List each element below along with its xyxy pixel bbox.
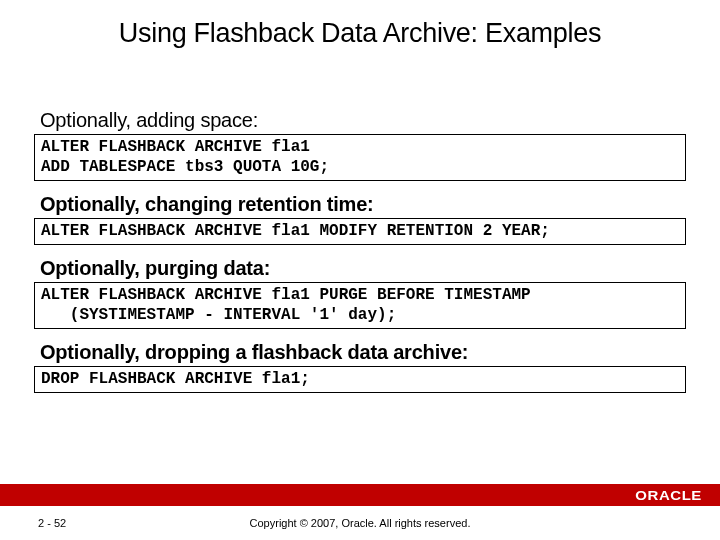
code-block: DROP FLASHBACK ARCHIVE fla1; [34,366,686,393]
page-number: 2 - 52 [38,517,66,529]
code-block: ALTER FLASHBACK ARCHIVE fla1 ADD TABLESP… [34,134,686,181]
oracle-logo: ORACLE [635,488,702,503]
slide: Using Flashback Data Archive: Examples O… [0,0,720,540]
footer: ORACLE 2 - 52 Copyright © 2007, Oracle. … [0,484,720,540]
section-label: Optionally, changing retention time: [40,193,686,216]
page-title: Using Flashback Data Archive: Examples [0,18,720,49]
copyright-text: Copyright © 2007, Oracle. All rights res… [0,517,720,529]
section-label: Optionally, dropping a flashback data ar… [40,341,686,364]
content-area: Optionally, adding space: ALTER FLASHBAC… [0,109,720,393]
footer-text: 2 - 52 Copyright © 2007, Oracle. All rig… [0,506,720,540]
brand-bar: ORACLE [0,484,720,506]
section-label: Optionally, adding space: [40,109,686,132]
section-label: Optionally, purging data: [40,257,686,280]
code-block: ALTER FLASHBACK ARCHIVE fla1 MODIFY RETE… [34,218,686,245]
code-block: ALTER FLASHBACK ARCHIVE fla1 PURGE BEFOR… [34,282,686,329]
